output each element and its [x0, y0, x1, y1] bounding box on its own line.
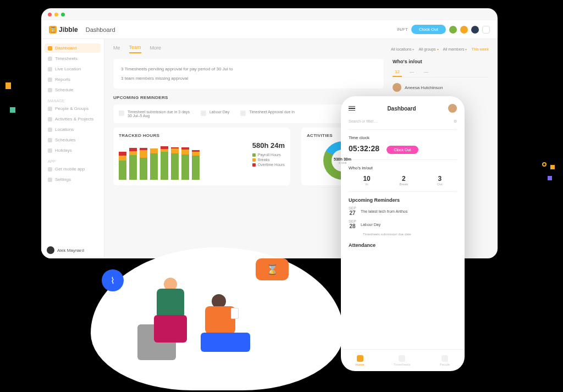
- filter-date-range[interactable]: This week: [471, 47, 489, 51]
- donut-center-sub: in total: [339, 161, 347, 164]
- who-tab-out[interactable]: —: [422, 68, 430, 77]
- filter-group[interactable]: All groups▾: [418, 47, 438, 51]
- calendar-icon: [119, 111, 124, 116]
- notifications-icon[interactable]: [482, 26, 490, 34]
- avatar[interactable]: [449, 26, 457, 34]
- section-title-tracked: Tracked Hours: [119, 133, 285, 138]
- sidebar-item-reports[interactable]: Reports: [45, 75, 101, 84]
- avatar[interactable]: [471, 26, 479, 34]
- avatar: [47, 246, 54, 254]
- holidays-icon: [48, 148, 52, 153]
- filter-label: All members: [443, 47, 465, 51]
- notice-card: 3 Timesheets pending approval for pay pe…: [113, 59, 384, 89]
- stat-label: Out: [437, 183, 443, 186]
- who-stat-in[interactable]: 10In: [363, 175, 370, 186]
- sidebar-item-label: Timesheets: [55, 56, 78, 61]
- decoration: [5, 82, 11, 89]
- sidebar-item-settings[interactable]: Settings: [45, 175, 101, 184]
- home-icon: [357, 355, 363, 362]
- calendar-icon: [201, 111, 206, 116]
- sidebar-item-holidays[interactable]: Holidays: [45, 146, 101, 155]
- mobile-device: Dashboard Search or filter…⚙ Time clock …: [341, 96, 465, 371]
- clock-out-button[interactable]: Clock Out: [387, 146, 419, 154]
- tab-team[interactable]: Team: [129, 45, 141, 53]
- reminder-item[interactable]: Timesheet Approval due in: [240, 110, 295, 118]
- dashboard-icon: [48, 46, 52, 51]
- logo-icon: ⌛: [49, 26, 57, 34]
- wifi-icon: ⌇: [102, 269, 124, 291]
- app-icon: [48, 167, 52, 172]
- tab-more[interactable]: More: [150, 45, 162, 53]
- mobile-reminder-item[interactable]: SEP28 Labour Day: [349, 219, 457, 229]
- menu-icon[interactable]: [349, 106, 355, 111]
- reminder-item[interactable]: Timesheet submission due in 3 days30 Jul…: [119, 110, 190, 118]
- legend-label: Breaks: [258, 158, 270, 162]
- legend-dot-icon: [252, 158, 256, 162]
- maximize-window-icon[interactable]: [61, 13, 65, 16]
- sidebar-item-schedule[interactable]: Schedule: [45, 85, 101, 95]
- sidebar-item-label: Get mobile app: [55, 167, 85, 172]
- filter-location[interactable]: All locations▾: [391, 47, 414, 51]
- member-row[interactable]: Aneesa Hutchinson: [393, 83, 489, 92]
- current-user[interactable]: Alek Maynard: [47, 246, 84, 254]
- legend-payroll: Payroll Hours: [252, 153, 285, 157]
- search-input[interactable]: Search or filter…⚙: [349, 117, 457, 130]
- reminder-text: Timesheet submission due in 3 days: [128, 110, 190, 114]
- schedules-icon: [48, 138, 52, 142]
- who-tab-break[interactable]: —: [407, 68, 416, 77]
- reminder-text: The latest tech from Anthos: [361, 209, 407, 213]
- mobile-tabbar: Home Timesheets People: [341, 349, 465, 371]
- stat-number: 2: [399, 175, 408, 183]
- mobile-reminders-title: Upcoming Reminders: [349, 197, 457, 203]
- who-stat-out[interactable]: 3Out: [437, 175, 443, 186]
- sidebar-item-schedules[interactable]: Schedules: [45, 135, 101, 145]
- reminder-month: SEP: [349, 219, 356, 223]
- sidebar-item-label: Locations: [55, 127, 74, 132]
- sidebar-item-timesheets[interactable]: Timesheets: [45, 54, 101, 63]
- sidebar-item-mobile-app[interactable]: Get mobile app: [45, 164, 101, 174]
- decoration: [542, 162, 547, 167]
- avatar[interactable]: [448, 104, 457, 113]
- stat-number: 3: [437, 175, 443, 183]
- mobile-reminder-item[interactable]: SEP27 The latest tech from Anthos: [349, 206, 457, 216]
- legend-dot-icon: [252, 153, 256, 157]
- sidebar-item-label: Schedules: [55, 137, 75, 142]
- sidebar-item-dashboard[interactable]: Dashboard: [45, 43, 101, 53]
- illustration-person: [201, 294, 261, 366]
- stat-label: In: [363, 183, 370, 186]
- brand-logo[interactable]: ⌛ Jibble: [49, 26, 78, 34]
- clock-out-button[interactable]: Clock Out: [411, 25, 446, 34]
- filter-members[interactable]: All members▾: [443, 47, 467, 51]
- people-icon: [48, 107, 52, 111]
- sidebar-item-people[interactable]: People & Groups: [45, 104, 101, 113]
- sidebar-item-locations[interactable]: Locations: [45, 125, 101, 134]
- reminder-item[interactable]: Labour Day: [201, 110, 229, 118]
- tab-home[interactable]: Home: [356, 355, 365, 366]
- tracked-hours-chart: [119, 141, 247, 180]
- stat-number: 10: [363, 175, 370, 183]
- schedule-icon: [48, 88, 52, 92]
- illustration-person: [146, 278, 195, 355]
- window-controls: [41, 8, 498, 20]
- locations-icon: [48, 128, 52, 132]
- sidebar-item-activities[interactable]: Activities & Projects: [45, 114, 101, 124]
- tab-me[interactable]: Me: [113, 45, 120, 53]
- decoration: [548, 176, 552, 180]
- timesheets-icon: [399, 355, 405, 362]
- legend-label: Payroll Hours: [258, 153, 281, 157]
- sidebar-item-label: Reports: [55, 77, 70, 82]
- sidebar-item-label: Holidays: [55, 148, 72, 153]
- legend-dot-icon: [252, 163, 256, 167]
- avatar[interactable]: [460, 26, 468, 34]
- chevron-down-icon: ▾: [412, 47, 414, 51]
- tab-timesheets[interactable]: Timesheets: [394, 355, 411, 366]
- chevron-down-icon: ▾: [437, 47, 439, 51]
- minimize-window-icon[interactable]: [54, 13, 58, 16]
- who-tab-in[interactable]: 12: [393, 68, 402, 77]
- tab-people[interactable]: People: [440, 355, 450, 366]
- notice-line[interactable]: 3 Timesheets pending approval for pay pe…: [121, 64, 376, 74]
- notice-line[interactable]: 3 team members missing approval: [121, 74, 376, 83]
- close-window-icon[interactable]: [48, 13, 52, 16]
- who-stat-break[interactable]: 2Break: [399, 175, 408, 186]
- sidebar-item-location[interactable]: Live Location: [45, 64, 101, 74]
